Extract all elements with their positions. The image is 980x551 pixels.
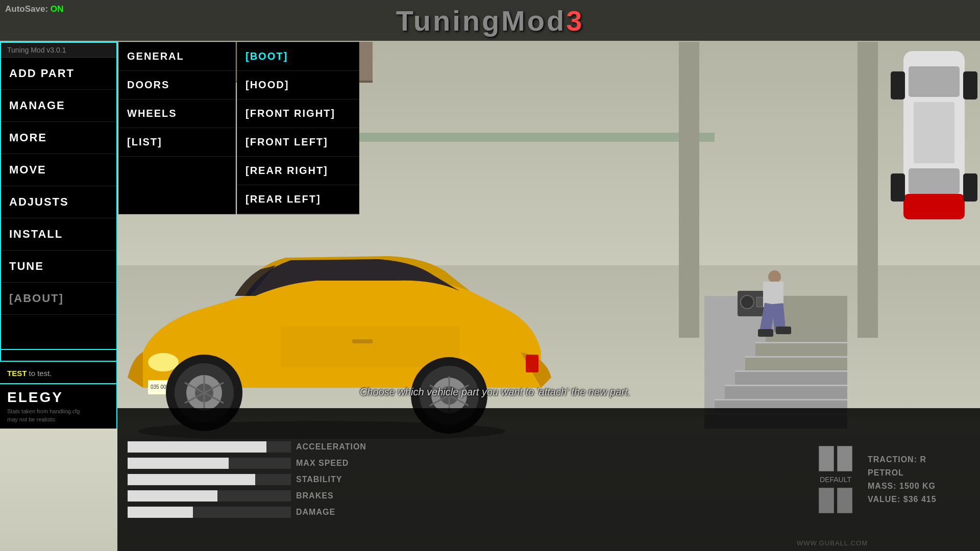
stat-row-acceleration: ACCELERATION bbox=[128, 441, 803, 453]
stat-bar-damage bbox=[128, 507, 291, 518]
menu-rear-right[interactable]: [REAR RIGHT] bbox=[237, 157, 359, 185]
sidebar-item-manage[interactable]: MANAGE bbox=[1, 90, 116, 122]
stat-label-brakes: BRAKES bbox=[296, 491, 362, 500]
sidebar-item-more[interactable]: MORE bbox=[1, 122, 116, 154]
right-stat-value: VALUE: $36 415 bbox=[868, 495, 970, 504]
menu-wheels[interactable]: WHEELS bbox=[119, 99, 235, 128]
menu-boot[interactable]: [BOOT] bbox=[237, 42, 359, 71]
stat-label-acceleration: ACCELERATION bbox=[296, 442, 366, 452]
right-stat-fuel: PETROL bbox=[868, 468, 970, 478]
fuel-boxes bbox=[819, 446, 852, 471]
version-label: Tuning Mod v3.0.1 bbox=[1, 43, 116, 58]
sidebar-item-add-part[interactable]: ADD PART bbox=[1, 58, 116, 90]
menu-list[interactable]: [LIST] bbox=[119, 128, 235, 157]
car-name: ELEGY bbox=[7, 389, 109, 406]
right-stat-traction: TRACTION: R bbox=[868, 455, 970, 464]
autosave-indicator: AutoSave: ON bbox=[5, 4, 63, 14]
right-stat-mass: MASS: 1500 KG bbox=[868, 482, 970, 491]
menu-rear-left[interactable]: [REAR LEFT] bbox=[237, 185, 359, 214]
fuel-box-1 bbox=[819, 446, 834, 471]
svg-rect-27 bbox=[891, 173, 905, 202]
stat-bar-brakes bbox=[128, 490, 291, 502]
menu-general[interactable]: GENERAL bbox=[119, 42, 235, 71]
fuel-boxes-bottom bbox=[819, 488, 852, 513]
stat-label-maxspeed: MAX SPEED bbox=[296, 459, 362, 468]
svg-rect-23 bbox=[914, 102, 954, 163]
svg-rect-2 bbox=[526, 355, 538, 372]
right-stats-section: TRACTION: R PETROL MASS: 1500 KG VALUE: … bbox=[868, 455, 970, 504]
sidebar-item-tune[interactable]: TUNE bbox=[1, 251, 116, 283]
menu-front-left[interactable]: [FRONT LEFT] bbox=[237, 128, 359, 157]
svg-rect-22 bbox=[909, 168, 960, 194]
svg-rect-26 bbox=[963, 71, 977, 99]
col1-menu: GENERAL DOORS WHEELS [LIST] bbox=[118, 42, 236, 214]
sidebar-item-install[interactable]: INSTALL bbox=[1, 218, 116, 251]
stat-fill-stability bbox=[128, 474, 255, 485]
stat-row-brakes: BRAKES bbox=[128, 490, 803, 502]
header: AutoSave: ON TuningMod3 bbox=[0, 0, 980, 41]
svg-rect-25 bbox=[891, 71, 905, 99]
stat-bar-maxspeed bbox=[128, 458, 291, 469]
test-hint-suffix: to test. bbox=[27, 369, 52, 378]
stat-fill-acceleration bbox=[128, 441, 266, 453]
col2-menu: [BOOT] [HOOD] [FRONT RIGHT] [FRONT LEFT]… bbox=[237, 42, 359, 214]
sidebar-item-move[interactable]: MOVE bbox=[1, 154, 116, 186]
stat-fill-damage bbox=[128, 507, 193, 518]
stat-label-stability: STABILITY bbox=[296, 475, 362, 484]
stat-fill-brakes bbox=[128, 490, 217, 502]
menu-hood[interactable]: [HOOD] bbox=[237, 71, 359, 99]
stat-row-maxspeed: MAX SPEED bbox=[128, 458, 803, 469]
fuel-box-4 bbox=[837, 488, 852, 513]
app-title: TuningMod3 bbox=[396, 4, 584, 37]
svg-point-1 bbox=[148, 353, 179, 371]
menu-front-right[interactable]: [FRONT RIGHT] bbox=[237, 99, 359, 128]
stat-bar-acceleration bbox=[128, 441, 291, 453]
menu-panel: GENERAL DOORS WHEELS [LIST] [BOOT] [HOOD… bbox=[118, 42, 359, 214]
car-name-section: ELEGY Stats taken from handling.cfg may … bbox=[0, 383, 117, 429]
svg-rect-3 bbox=[352, 339, 373, 343]
fuel-label: DEFAULT bbox=[820, 475, 851, 484]
stat-label-damage: DAMAGE bbox=[296, 508, 362, 517]
help-text: Choose which vehicle part you want to 'a… bbox=[117, 386, 873, 398]
svg-rect-21 bbox=[909, 66, 960, 97]
handling-note: Stats taken from handling.cfg may not be… bbox=[7, 408, 109, 423]
stat-fill-maxspeed bbox=[128, 458, 229, 469]
sidebar-item-about[interactable]: [ABOUT] bbox=[1, 283, 116, 315]
svg-rect-24 bbox=[903, 194, 965, 219]
fuel-section: DEFAULT bbox=[819, 446, 852, 513]
sidebar: Tuning Mod v3.0.1 ADD PART MANAGE MORE M… bbox=[0, 42, 117, 373]
test-keyword: TEST bbox=[7, 369, 27, 378]
sidebar-item-adjusts[interactable]: ADJUSTS bbox=[1, 186, 116, 218]
menu-doors[interactable]: DOORS bbox=[119, 71, 235, 99]
stats-bar: ACCELERATION MAX SPEED STABILITY BRAKES bbox=[117, 408, 980, 551]
stat-row-damage: DAMAGE bbox=[128, 507, 803, 518]
fuel-box-2 bbox=[837, 446, 852, 471]
svg-rect-28 bbox=[963, 173, 977, 202]
stats-bars-section: ACCELERATION MAX SPEED STABILITY BRAKES bbox=[128, 441, 803, 518]
stat-bar-stability bbox=[128, 474, 291, 485]
fuel-box-3 bbox=[819, 488, 834, 513]
stat-row-stability: STABILITY bbox=[128, 474, 803, 485]
watermark: WWW.GUBALL.COM bbox=[797, 539, 868, 547]
